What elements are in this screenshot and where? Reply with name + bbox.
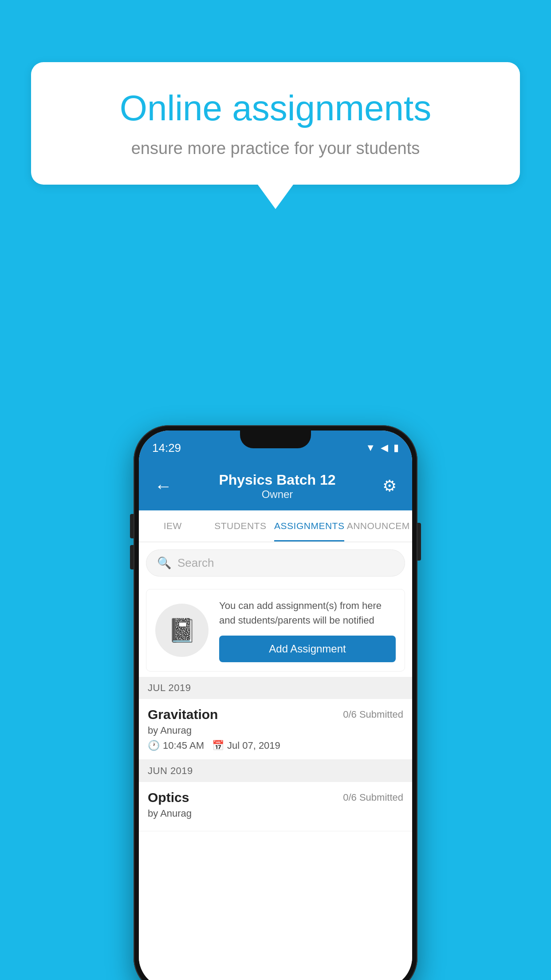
- time-value: 10:45 AM: [163, 740, 204, 751]
- status-time: 14:29: [152, 441, 181, 455]
- tab-assignments[interactable]: ASSIGNMENTS: [274, 510, 344, 541]
- signal-icon: ◀: [381, 442, 388, 454]
- phone-mockup: 14:29 ▼ ◀ ▮ ← Physics Batch 12 Owner ⚙ I…: [134, 425, 417, 980]
- tab-students[interactable]: STUDENTS: [207, 510, 275, 541]
- assignment-item-optics[interactable]: Optics 0/6 Submitted by Anurag: [139, 782, 412, 831]
- add-assignment-button[interactable]: Add Assignment: [219, 636, 396, 662]
- bubble-title: Online assignments: [62, 89, 489, 128]
- assignment-meta: by Anurag: [148, 725, 403, 736]
- app-bar: ← Physics Batch 12 Owner ⚙: [139, 462, 412, 510]
- assignment-item-header: Gravitation 0/6 Submitted: [148, 707, 403, 722]
- date-value: Jul 07, 2019: [227, 740, 280, 751]
- app-bar-title: Physics Batch 12: [177, 472, 378, 488]
- optics-meta: by Anurag: [148, 808, 403, 819]
- phone-screen: 14:29 ▼ ◀ ▮ ← Physics Batch 12 Owner ⚙ I…: [139, 431, 412, 980]
- section-header-jul: JUL 2019: [139, 677, 412, 699]
- calendar-icon: 📅: [212, 740, 224, 751]
- tab-bar: IEW STUDENTS ASSIGNMENTS ANNOUNCEM: [139, 510, 412, 542]
- add-assignment-info: You can add assignment(s) from here and …: [219, 598, 396, 662]
- status-icons: ▼ ◀ ▮: [366, 442, 399, 454]
- optics-item-header: Optics 0/6 Submitted: [148, 790, 403, 805]
- add-assignment-description: You can add assignment(s) from here and …: [219, 598, 396, 628]
- power-button: [417, 523, 421, 561]
- app-bar-subtitle: Owner: [177, 488, 378, 501]
- app-bar-title-section: Physics Batch 12 Owner: [177, 472, 378, 501]
- wifi-icon: ▼: [366, 442, 375, 454]
- optics-submitted: 0/6 Submitted: [343, 792, 403, 803]
- back-button[interactable]: ←: [150, 472, 177, 501]
- tab-announcements[interactable]: ANNOUNCEM: [344, 510, 412, 541]
- optics-author: by Anurag: [148, 808, 192, 819]
- volume-up-button: [130, 514, 134, 538]
- assignment-item-gravitation[interactable]: Gravitation 0/6 Submitted by Anurag 🕐 10…: [139, 699, 412, 760]
- assignment-datetime: 🕐 10:45 AM 📅 Jul 07, 2019: [148, 740, 403, 751]
- bubble-tail: [258, 185, 293, 209]
- volume-down-button: [130, 545, 134, 569]
- clock-icon: 🕐: [148, 740, 160, 751]
- bubble-subtitle: ensure more practice for your students: [62, 137, 489, 160]
- assignment-icon-circle: 📓: [155, 604, 209, 657]
- content-area: 🔍 Search 📓 You can add assignment(s) fro…: [139, 542, 412, 980]
- tab-iew[interactable]: IEW: [139, 510, 207, 541]
- search-placeholder: Search: [177, 556, 214, 570]
- assignment-submitted: 0/6 Submitted: [343, 709, 403, 720]
- assignment-date: 📅 Jul 07, 2019: [212, 740, 280, 751]
- promo-section: Online assignments ensure more practice …: [31, 62, 520, 209]
- search-bar[interactable]: 🔍 Search: [146, 549, 405, 577]
- settings-button[interactable]: ⚙: [378, 472, 401, 500]
- assignment-time: 🕐 10:45 AM: [148, 740, 204, 751]
- assignment-name: Gravitation: [148, 707, 218, 722]
- optics-name: Optics: [148, 790, 189, 805]
- add-assignment-card: 📓 You can add assignment(s) from here an…: [146, 589, 405, 672]
- phone-notch: [240, 431, 311, 448]
- search-icon: 🔍: [157, 556, 171, 570]
- battery-icon: ▮: [394, 442, 399, 454]
- speech-bubble: Online assignments ensure more practice …: [31, 62, 520, 185]
- search-container: 🔍 Search: [139, 542, 412, 584]
- assignment-author: by Anurag: [148, 725, 192, 736]
- notebook-icon: 📓: [168, 617, 197, 644]
- section-header-jun: JUN 2019: [139, 760, 412, 782]
